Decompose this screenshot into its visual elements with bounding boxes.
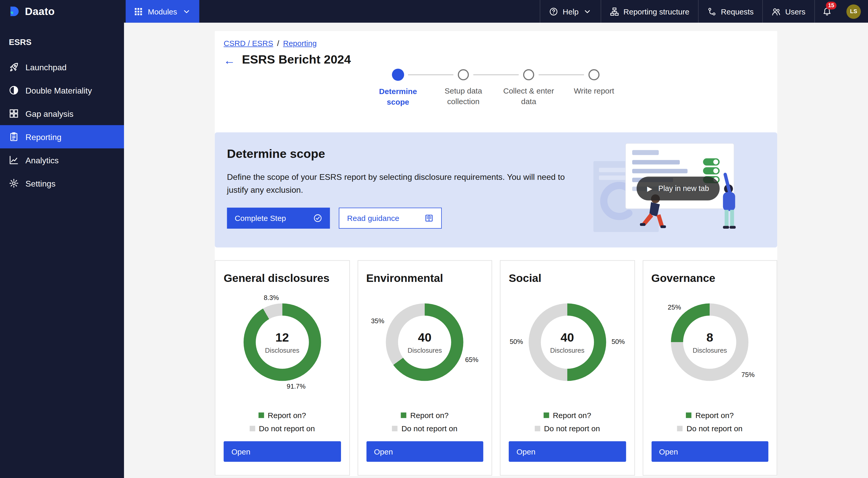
sidebar-section-label: ESRS <box>0 23 124 55</box>
disclosure-count: 12 <box>275 330 289 345</box>
half-circle-icon <box>9 85 19 95</box>
step-collect-enter-data[interactable]: Collect & enter data <box>496 69 561 108</box>
determine-scope-panel: Determine scope Define the scope of your… <box>215 132 777 247</box>
legend: Report on? Do not report on <box>224 411 341 433</box>
open-button[interactable]: Open <box>509 441 626 462</box>
category-cards: General disclosures 12 Disclosures 8.3% … <box>215 260 777 476</box>
topbar: Modules Help <box>124 0 868 23</box>
help-icon <box>550 7 558 16</box>
check-circle-icon <box>313 214 322 222</box>
legend-label: Do not report on <box>544 424 600 433</box>
pct-label: 25% <box>668 303 681 311</box>
legend-label: Report on? <box>695 411 734 420</box>
legend: Report on? Do not report on <box>509 411 626 433</box>
avatar[interactable]: LS <box>846 4 861 19</box>
step-write-report[interactable]: Write report <box>561 69 627 108</box>
complete-step-label: Complete Step <box>235 214 286 222</box>
card-governance: Governance 8 Disclosures 25% 75% Report … <box>643 260 777 476</box>
sidebar: Daato ESRS Launchpad Double Mate <box>0 0 124 478</box>
card-social: Social 40 Disclosures 50% 50% Report on? <box>500 260 635 476</box>
step-determine-scope[interactable]: Determine scope <box>365 69 431 108</box>
step-circle-active <box>392 69 404 81</box>
read-guidance-button[interactable]: Read guidance <box>339 208 442 229</box>
step-label: Setup data collection <box>432 86 494 107</box>
donut-center: 40 Disclosures <box>398 316 451 369</box>
daato-logo-icon <box>9 5 21 17</box>
sidebar-item-label: Analytics <box>26 155 59 165</box>
breadcrumb-link-reporting[interactable]: Reporting <box>283 39 317 48</box>
legend-label: Report on? <box>553 411 591 420</box>
breadcrumb-link-csrd-esrs[interactable]: CSRD / ESRS <box>224 39 273 48</box>
step-circle <box>458 69 469 80</box>
sidebar-item-gap-analysis[interactable]: Gap analysis <box>0 102 124 125</box>
notification-badge: 15 <box>826 2 836 9</box>
disclosure-count: 8 <box>707 330 713 345</box>
gear-icon <box>9 178 19 188</box>
pct-label: 65% <box>465 356 478 364</box>
page-header: CSRD / ESRS/Reporting ← ESRS Bericht 202… <box>215 31 777 115</box>
modules-button[interactable]: Modules <box>126 0 199 23</box>
line-chart-icon <box>9 155 19 165</box>
brand-logo[interactable]: Daato <box>0 0 124 23</box>
legend-swatch-green <box>258 412 264 418</box>
disclosure-unit: Disclosures <box>408 346 442 354</box>
card-general-disclosures: General disclosures 12 Disclosures 8.3% … <box>215 260 349 476</box>
sidebar-item-label: Reporting <box>26 132 61 141</box>
users-button[interactable]: Users <box>763 0 814 23</box>
help-menu[interactable]: Help <box>540 0 601 23</box>
legend-swatch-gray <box>392 426 397 431</box>
play-in-new-tab-button[interactable]: ▶ Play in new tab <box>637 177 719 201</box>
legend-label: Do not report on <box>401 424 458 433</box>
disclosure-count: 40 <box>561 330 574 345</box>
progress-stepper: Determine scope Setup data collection Co… <box>365 69 626 108</box>
legend-swatch-gray <box>534 426 540 431</box>
step-setup-data-collection[interactable]: Setup data collection <box>431 69 496 108</box>
guidance-book-icon <box>425 214 433 222</box>
sidebar-item-settings[interactable]: Settings <box>0 172 124 195</box>
back-button[interactable]: ← <box>224 54 235 66</box>
complete-step-button[interactable]: Complete Step <box>227 208 330 229</box>
breadcrumb: CSRD / ESRS/Reporting <box>224 39 769 48</box>
legend-swatch-green <box>543 412 549 418</box>
legend: Report on? Do not report on <box>366 411 483 433</box>
requests-button[interactable]: Requests <box>698 0 763 23</box>
scope-panel-description: Define the scope of your ESRS report by … <box>227 171 584 196</box>
modules-label: Modules <box>148 7 177 16</box>
disclosure-unit: Disclosures <box>265 346 300 354</box>
card-title: Environmental <box>366 272 483 285</box>
step-circle <box>588 69 599 80</box>
play-icon: ▶ <box>647 185 652 192</box>
app-window: Daato ESRS Launchpad Double Mate <box>0 0 868 478</box>
open-button[interactable]: Open <box>651 441 768 462</box>
chevron-down-icon <box>583 7 592 16</box>
donut-chart: 40 Disclosures 50% 50% <box>529 303 606 381</box>
play-label: Play in new tab <box>658 184 709 193</box>
sidebar-item-double-materiality[interactable]: Double Materiality <box>0 79 124 102</box>
open-button[interactable]: Open <box>366 441 483 462</box>
step-label: Write report <box>574 86 614 96</box>
reporting-structure-button[interactable]: Reporting structure <box>601 0 698 23</box>
donut-chart: 8 Disclosures 25% 75% <box>671 303 749 381</box>
rocket-icon <box>9 62 19 72</box>
pct-label: 91.7% <box>287 383 306 390</box>
flow-icon <box>708 7 716 16</box>
legend-label: Report on? <box>268 411 306 420</box>
sidebar-item-label: Launchpad <box>26 62 67 71</box>
breadcrumb-separator: / <box>277 39 279 48</box>
sidebar-item-launchpad[interactable]: Launchpad <box>0 55 124 79</box>
open-button[interactable]: Open <box>224 441 341 462</box>
legend-label: Report on? <box>410 411 448 420</box>
donut-chart: 12 Disclosures 8.3% 91.7% <box>243 303 321 381</box>
content-area: CSRD / ESRS/Reporting ← ESRS Bericht 202… <box>124 23 868 478</box>
sidebar-item-reporting[interactable]: Reporting <box>0 125 124 148</box>
sidebar-item-analytics[interactable]: Analytics <box>0 148 124 172</box>
notifications-button[interactable]: 15 <box>814 0 839 23</box>
legend-swatch-green <box>401 412 406 418</box>
disclosure-unit: Disclosures <box>550 346 584 354</box>
hierarchy-icon <box>610 7 619 16</box>
chevron-down-icon <box>182 7 191 16</box>
help-label: Help <box>563 7 579 16</box>
pct-label: 50% <box>510 337 523 345</box>
grid-icon <box>9 109 19 119</box>
card-environmental: Environmental 40 Disclosures 35% 65% Rep… <box>357 260 492 476</box>
